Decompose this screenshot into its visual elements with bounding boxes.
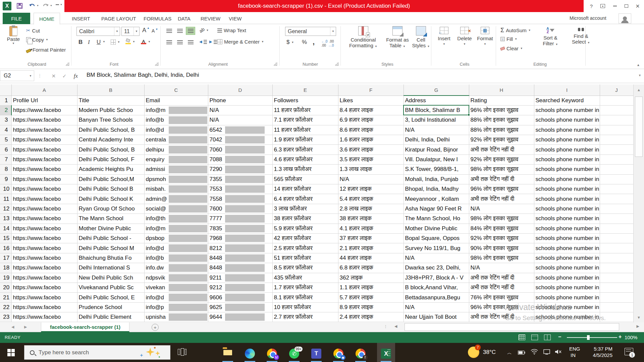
previous-sheet-button[interactable]: ◀ [11, 325, 14, 329]
number-dialog-launcher[interactable] [335, 62, 338, 66]
cell-c3[interactable]: info@b [144, 115, 208, 125]
tab-home[interactable]: HOME [34, 13, 60, 24]
ribbon-display-options-button[interactable]: ▲ [598, 2, 608, 10]
sort-filter-button[interactable]: AZ Sort & Filter ▼ [537, 27, 564, 46]
row-header-21[interactable]: 21 [0, 293, 11, 302]
row-header-12[interactable]: 12 [0, 204, 11, 214]
cell-g20[interactable]: B block,Anand Vihar, [404, 283, 469, 292]
cut-button[interactable]: ✂Cut [26, 27, 40, 34]
cell-c22[interactable]: info@p [144, 302, 208, 312]
file-explorer-icon[interactable] [223, 349, 233, 359]
cell-j19[interactable] [600, 273, 633, 283]
horizontal-scroll-thumb[interactable] [405, 323, 619, 331]
cell-j7[interactable] [600, 155, 633, 164]
cell-b12[interactable]: Ryan Group Of Schoo [77, 204, 144, 214]
zoom-level[interactable]: 100% [625, 335, 637, 340]
cell-f14[interactable]: 4.1 हज़ार लाइक [338, 224, 404, 233]
cell-f5[interactable]: 1.6 हज़ार लाइक [338, 135, 404, 145]
decrease-decimal-button[interactable]: .00→.0 [321, 44, 334, 47]
cell-d4[interactable]: 6542 [208, 125, 272, 135]
cell-j16[interactable] [600, 243, 633, 253]
cell-g18[interactable]: Dwarka sec 23, Delhi, [404, 263, 469, 273]
row-header-23[interactable]: 23 [0, 312, 11, 322]
normal-view-button[interactable] [519, 335, 525, 340]
row-header-10[interactable]: 10 [0, 184, 11, 194]
zoom-slider-thumb[interactable] [587, 335, 590, 340]
cell-c15[interactable]: dpsbop [144, 233, 208, 243]
column-header-b[interactable]: B [77, 84, 144, 96]
microsoft-account-label[interactable]: Microsoft account [570, 15, 606, 21]
fill-color-button[interactable]: ▼ [125, 39, 135, 44]
format-cells-button[interactable]: Format▼ [475, 27, 495, 46]
page-layout-view-button[interactable] [531, 335, 538, 340]
cell-e2[interactable]: 11 हज़ार फ़ॉलोअर [272, 105, 338, 115]
cell-a4[interactable]: https://www.facebo [11, 125, 77, 135]
cell-b6[interactable]: Delhi Public School, B [77, 145, 144, 155]
cell-a17[interactable]: https://www.facebo [11, 253, 77, 263]
align-center-button[interactable] [175, 38, 184, 46]
cell-b16[interactable]: Delhi Public School M [77, 243, 144, 253]
cell-i8[interactable]: schools phone number in delhi [534, 165, 600, 174]
cell-e6[interactable]: 6.3 हज़ार फ़ॉलोअर [272, 145, 338, 155]
close-button[interactable]: × [633, 2, 643, 10]
cell-j3[interactable] [600, 115, 633, 125]
column-header-f[interactable]: F [338, 84, 404, 96]
name-box[interactable]: G2▼ [0, 70, 34, 81]
cell-e22[interactable]: 10 हज़ार फ़ॉलोअर [272, 302, 338, 312]
expand-formula-bar-button[interactable]: ▼ [638, 74, 641, 77]
cell-a21[interactable]: https://www.facebo [11, 293, 77, 302]
cell-h14[interactable]: 84% लोग इसका सुझाव [469, 224, 534, 233]
cell-j10[interactable] [600, 184, 633, 194]
cell-j2[interactable] [600, 105, 633, 115]
tab-formulas[interactable]: FORMULAS [138, 13, 177, 24]
chrome-profile2-icon[interactable]: ◆ [333, 349, 343, 359]
cell-c20[interactable]: vivekan [144, 283, 208, 292]
cell-f7[interactable]: 3.5 हज़ार लाइक [338, 155, 404, 164]
cell-a13[interactable]: https://www.facebo [11, 214, 77, 224]
cell-styles-button[interactable]: Cell Styles ▼ [412, 26, 430, 48]
currency-button[interactable]: $▼ [286, 39, 294, 46]
cell-h9[interactable]: अभी तक रेटिंग नहीं दी [469, 174, 534, 184]
cell-header-title[interactable]: Title [77, 96, 144, 105]
cell-a2[interactable]: https://www.facebo [11, 105, 77, 115]
cell-h16[interactable]: 90% लोग इसका सुझाव [469, 243, 534, 253]
cell-e10[interactable]: 14 हज़ार फ़ॉलोअर [272, 184, 338, 194]
cell-g21[interactable]: Bettadasanpura,Begu [404, 293, 469, 302]
cell-a9[interactable]: https://www.facebo [11, 174, 77, 184]
cell-a8[interactable]: https://www.facebo [11, 165, 77, 174]
cell-h12[interactable]: N/A [469, 204, 534, 214]
cell-h13[interactable]: 98% लोग इसका सुझाव [469, 214, 534, 224]
cell-e12[interactable]: 3 लाख फ़ॉलोअर [272, 204, 338, 214]
cell-d5[interactable]: 7042 [208, 135, 272, 145]
task-view-button[interactable] [178, 348, 186, 357]
cell-g13[interactable]: The Mann School, Ho [404, 214, 469, 224]
italic-button[interactable]: I [88, 39, 90, 46]
cell-b7[interactable]: Delhi Public School, F [77, 155, 144, 164]
cell-j20[interactable] [600, 283, 633, 292]
row-header-3[interactable]: 3 [0, 115, 11, 125]
cell-c13[interactable]: info@th [144, 214, 208, 224]
tab-insert[interactable]: INSERT [66, 13, 96, 24]
cell-i11[interactable]: schools phone number in delhi [534, 194, 600, 204]
number-format-combo[interactable]: General▼ [285, 27, 336, 36]
redo-button[interactable]: ▼ [42, 2, 52, 8]
cell-e9[interactable]: 565 फ़ॉलोअर [272, 174, 338, 184]
font-size-combo[interactable]: 11▼ [121, 27, 140, 36]
cell-d12[interactable]: 7600 [208, 204, 272, 214]
cell-d17[interactable]: 8448 [208, 253, 272, 263]
row-header-5[interactable]: 5 [0, 135, 11, 145]
cell-g22[interactable]: N/A [404, 302, 469, 312]
row-header-16[interactable]: 16 [0, 243, 11, 253]
row-header-6[interactable]: 6 [0, 145, 11, 155]
cell-b20[interactable]: Vivekanand Public Sc [77, 283, 144, 292]
cell-a14[interactable]: https://www.facebo [11, 224, 77, 233]
cell-d2[interactable]: N/A [208, 105, 272, 115]
paste-button[interactable]: Paste▼ [5, 26, 22, 45]
cell-i7[interactable]: schools phone number in delhi [534, 155, 600, 164]
cell-h4[interactable]: 88% लोग इसका सुझाव [469, 125, 534, 135]
cell-c6[interactable]: delhipu [144, 145, 208, 155]
increase-decimal-button[interactable]: ←.0.00 [321, 40, 334, 43]
cell-f18[interactable]: 6.8 हज़ार लाइक [338, 263, 404, 273]
cell-f8[interactable]: 1.3 लाख लाइक [338, 165, 404, 174]
clipboard-dialog-launcher[interactable] [66, 62, 69, 66]
